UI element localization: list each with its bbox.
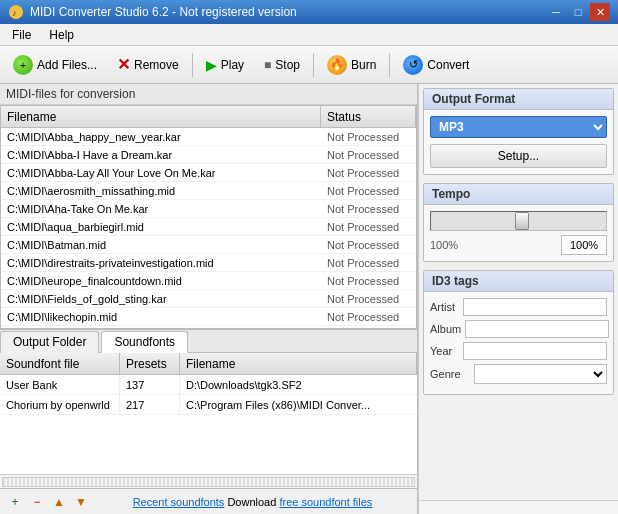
- play-label: Play: [221, 58, 244, 72]
- table-row[interactable]: C:\MIDI\aqua_barbiegirl.mid Not Processe…: [1, 218, 416, 236]
- burn-label: Burn: [351, 58, 376, 72]
- table-row[interactable]: C:\MIDI\europe_finalcountdown.mid Not Pr…: [1, 272, 416, 290]
- add-files-label: Add Files...: [37, 58, 97, 72]
- table-row[interactable]: C:\MIDI\Fields_of_gold_sting.kar Not Pro…: [1, 290, 416, 308]
- convert-icon: ↺: [403, 55, 423, 75]
- tempo-slider-row: [430, 211, 607, 231]
- right-spacer: [419, 399, 618, 500]
- id3-artist-input[interactable]: [463, 298, 607, 316]
- stop-button[interactable]: ■ Stop: [255, 50, 309, 80]
- file-status-cell: Not Processed: [321, 236, 416, 253]
- menu-file[interactable]: File: [4, 26, 39, 44]
- left-panel: MIDI-files for conversion Filename Statu…: [0, 84, 418, 514]
- bottom-toolbar: + − ▲ ▼ Recent soundfonts Download free …: [0, 488, 417, 514]
- burn-button[interactable]: 🔥 Burn: [318, 50, 385, 80]
- table-row[interactable]: C:\MIDI\Abba-I Have a Dream.kar Not Proc…: [1, 146, 416, 164]
- file-path-cell: C:\MIDI\aerosmith_missathing.mid: [1, 182, 321, 199]
- file-list: Filename Status C:\MIDI\Abba_happy_new_y…: [0, 105, 417, 329]
- file-path-cell: C:\MIDI\europe_finalcountdown.mid: [1, 272, 321, 289]
- remove-label: Remove: [134, 58, 179, 72]
- file-list-header: Filename Status: [1, 106, 416, 128]
- convert-label: Convert: [427, 58, 469, 72]
- file-status-cell: Not Processed: [321, 218, 416, 235]
- table-row[interactable]: C:\MIDI\direstraits-privateinvestigation…: [1, 254, 416, 272]
- output-format-section: Output Format MP3 WAV OGG FLAC AAC Setup…: [423, 88, 614, 175]
- tab-output-folder[interactable]: Output Folder: [0, 331, 99, 353]
- setup-button[interactable]: Setup...: [430, 144, 607, 168]
- burn-icon: 🔥: [327, 55, 347, 75]
- table-row[interactable]: C:\MIDI\Aha-Take On Me.kar Not Processed: [1, 200, 416, 218]
- table-row[interactable]: C:\MIDI\Batman.mid Not Processed: [1, 236, 416, 254]
- id3-title: ID3 tags: [424, 271, 613, 292]
- file-status-cell: Not Processed: [321, 200, 416, 217]
- app-icon: ♪: [8, 4, 24, 20]
- file-path-cell: C:\MIDI\Abba-Lay All Your Love On Me.kar: [1, 164, 321, 181]
- list-item[interactable]: Chorium by openwrld 217 C:\Program Files…: [0, 395, 417, 415]
- remove-icon: ✕: [117, 55, 130, 74]
- id3-genre-label: Genre: [430, 368, 470, 380]
- add-soundfont-button[interactable]: +: [6, 493, 24, 511]
- separator-2: [313, 53, 314, 77]
- move-down-button[interactable]: ▼: [72, 493, 90, 511]
- id3-genre-row: Genre Rock Pop Jazz Classical: [430, 364, 607, 384]
- tab-soundfonts[interactable]: Soundfonts: [101, 331, 188, 353]
- free-soundfont-link[interactable]: free soundfont files: [279, 496, 372, 508]
- table-row[interactable]: C:\MIDI\Abba-Lay All Your Love On Me.kar…: [1, 164, 416, 182]
- move-up-button[interactable]: ▲: [50, 493, 68, 511]
- tempo-title: Tempo: [424, 184, 613, 205]
- remove-soundfont-button[interactable]: −: [28, 493, 46, 511]
- convert-button[interactable]: ↺ Convert: [394, 50, 478, 80]
- id3-album-input[interactable]: [465, 320, 609, 338]
- hscroll-bar[interactable]: [0, 474, 417, 488]
- title-controls: ─ □ ✕: [546, 3, 610, 21]
- id3-genre-select[interactable]: Rock Pop Jazz Classical: [474, 364, 607, 384]
- maximize-button[interactable]: □: [568, 3, 588, 21]
- tempo-value-input[interactable]: [561, 235, 607, 255]
- id3-album-label: Album: [430, 323, 461, 335]
- recent-soundfonts-link[interactable]: Recent soundfonts: [133, 496, 225, 508]
- tempo-track: [431, 212, 606, 230]
- stop-label: Stop: [275, 58, 300, 72]
- format-select[interactable]: MP3 WAV OGG FLAC AAC: [430, 116, 607, 138]
- file-path-cell: C:\MIDI\Fields_of_gold_sting.kar: [1, 290, 321, 307]
- tempo-section: Tempo 100%: [423, 183, 614, 262]
- add-files-icon: +: [13, 55, 33, 75]
- table-row[interactable]: C:\MIDI\Abba_happy_new_year.kar Not Proc…: [1, 128, 416, 146]
- file-list-body[interactable]: C:\MIDI\Abba_happy_new_year.kar Not Proc…: [1, 128, 416, 328]
- remove-button[interactable]: ✕ Remove: [108, 50, 188, 80]
- table-row[interactable]: C:\MIDI\likechopin.mid Not Processed: [1, 308, 416, 326]
- download-label: Download: [227, 496, 276, 508]
- tempo-content: 100%: [424, 205, 613, 261]
- menu-bar: File Help: [0, 24, 618, 46]
- close-button[interactable]: ✕: [590, 3, 610, 21]
- menu-help[interactable]: Help: [41, 26, 82, 44]
- list-item[interactable]: User Bank 137 D:\Downloads\tgk3.SF2: [0, 375, 417, 395]
- sf-table-header: Soundfont file Presets Filename: [0, 353, 417, 375]
- tabs-row: Output Folder Soundfonts: [0, 330, 417, 353]
- id3-year-row: Year: [430, 342, 607, 360]
- file-status-cell: Not Processed: [321, 272, 416, 289]
- id3-content: Artist Album Year Genre Rock Pop: [424, 292, 613, 394]
- tempo-slider[interactable]: [430, 211, 607, 231]
- minimize-button[interactable]: ─: [546, 3, 566, 21]
- add-files-button[interactable]: + Add Files...: [4, 50, 106, 80]
- right-scrollbar[interactable]: [419, 500, 618, 514]
- id3-year-input[interactable]: [463, 342, 607, 360]
- tempo-thumb[interactable]: [515, 212, 529, 230]
- file-status-cell: Not Processed: [321, 128, 416, 145]
- file-path-cell: C:\MIDI\Aha-Take On Me.kar: [1, 200, 321, 217]
- tempo-value-row: 100%: [430, 235, 607, 255]
- file-path-cell: C:\MIDI\Abba-I Have a Dream.kar: [1, 146, 321, 163]
- id3-year-label: Year: [430, 345, 459, 357]
- separator-3: [389, 53, 390, 77]
- soundfont-table: Soundfont file Presets Filename User Ban…: [0, 353, 417, 474]
- sf-table-body[interactable]: User Bank 137 D:\Downloads\tgk3.SF2 Chor…: [0, 375, 417, 474]
- file-status-cell: Not Processed: [321, 290, 416, 307]
- file-path-cell: C:\MIDI\aqua_barbiegirl.mid: [1, 218, 321, 235]
- svg-text:♪: ♪: [12, 8, 17, 18]
- status-header: Status: [321, 106, 416, 127]
- sf-filename-header: Filename: [180, 353, 417, 374]
- table-row[interactable]: C:\MIDI\aerosmith_missathing.mid Not Pro…: [1, 182, 416, 200]
- play-button[interactable]: ▶ Play: [197, 50, 253, 80]
- sf-presets-header: Presets: [120, 353, 180, 374]
